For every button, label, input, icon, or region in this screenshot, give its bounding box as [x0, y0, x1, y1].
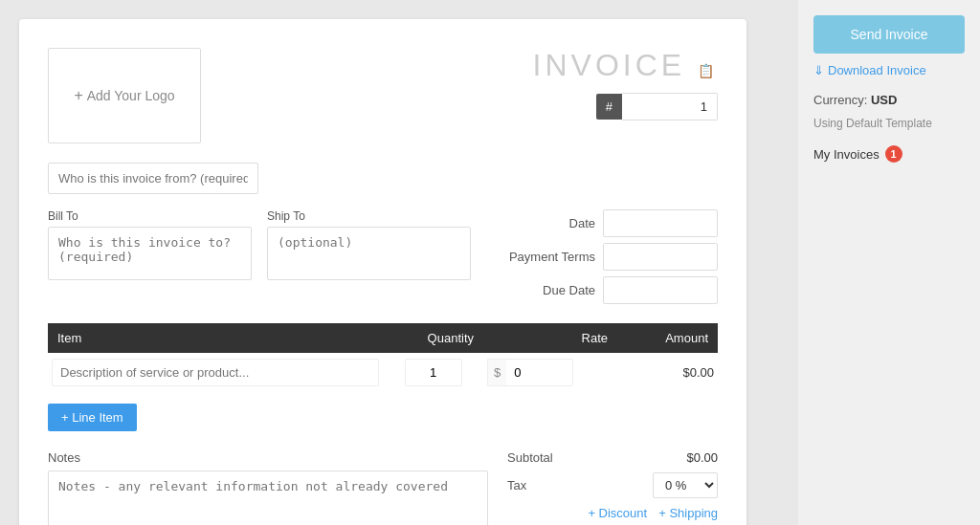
date-row: Date — [490, 209, 718, 237]
qty-input[interactable] — [405, 359, 462, 386]
payment-terms-input[interactable] — [603, 243, 718, 271]
discount-shipping-row: + Discount + Shipping — [507, 506, 718, 520]
bill-to-label: Bill To — [48, 209, 252, 223]
send-invoice-button[interactable]: Send Invoice — [813, 15, 965, 54]
currency-row: Currency: USD — [813, 93, 965, 107]
ship-to-label: Ship To — [267, 209, 471, 223]
notes-textarea[interactable] — [48, 470, 488, 525]
send-invoice-label: Send Invoice — [851, 27, 928, 42]
add-line-label: + Line Item — [61, 410, 123, 425]
bill-to-block: Bill To — [48, 209, 252, 285]
sidebar: Send Invoice ⇓ Download Invoice Currency… — [798, 0, 980, 525]
meta-fields: Date Payment Terms Due Date — [490, 209, 718, 304]
download-invoice-link[interactable]: ⇓ Download Invoice — [813, 63, 965, 77]
bill-ship-section: Bill To Ship To — [48, 209, 471, 285]
table-row: $ $0.00 — [48, 353, 718, 392]
from-field — [48, 163, 718, 194]
main-area: + Add Your Logo INVOICE 📋 # — [0, 0, 798, 525]
invoice-top: + Add Your Logo INVOICE 📋 # — [48, 48, 718, 143]
due-date-label: Due Date — [490, 283, 595, 297]
download-icon: ⇓ — [813, 63, 824, 77]
qty-cell — [383, 353, 483, 392]
discount-label: + Discount — [588, 506, 647, 520]
add-line-item-button[interactable]: + Line Item — [48, 404, 137, 431]
logo-upload-box[interactable]: + Add Your Logo — [48, 48, 201, 143]
template-row: Using Default Template — [813, 117, 965, 130]
ship-to-input[interactable] — [267, 227, 471, 280]
item-desc-cell — [48, 353, 383, 392]
tax-label: Tax — [507, 478, 526, 492]
rate-input[interactable] — [506, 359, 573, 386]
dollar-sign: $ — [487, 359, 506, 386]
invoice-title-block: INVOICE 📋 # — [533, 48, 718, 120]
col-quantity: Quantity — [383, 323, 483, 353]
shipping-label: + Shipping — [658, 506, 718, 520]
bottom-section: Notes Terms Subtotal $0.00 Tax 0 % 5 % 1… — [48, 450, 718, 525]
notes-section: Notes Terms — [48, 450, 488, 525]
invoice-title-text: INVOICE — [533, 48, 686, 82]
download-link-label: Download Invoice — [828, 63, 926, 77]
item-desc-input[interactable] — [52, 359, 379, 386]
tax-row: Tax 0 % 5 % 10 % 15 % 20 % — [507, 472, 718, 498]
amount-value: $0.00 — [682, 365, 714, 380]
col-item: Item — [48, 323, 383, 353]
plus-icon: + — [74, 87, 82, 104]
template-label: Using Default Template — [813, 117, 932, 130]
rate-cell: $ — [483, 353, 617, 392]
copy-icon[interactable]: 📋 — [698, 63, 718, 78]
invoice-number-input[interactable] — [622, 93, 718, 120]
invoice-number-row: # — [533, 93, 718, 120]
hash-label: # — [596, 94, 622, 120]
subtotal-row: Subtotal $0.00 — [507, 450, 718, 465]
tax-select[interactable]: 0 % 5 % 10 % 15 % 20 % — [653, 472, 718, 498]
shipping-button[interactable]: + Shipping — [658, 506, 718, 520]
discount-button[interactable]: + Discount — [588, 506, 647, 520]
my-invoices-badge: 1 — [885, 145, 902, 163]
logo-label: Add Your Logo — [87, 88, 175, 103]
currency-label: Currency: — [813, 93, 867, 107]
items-table: Item Quantity Rate Amount — [48, 323, 718, 392]
payment-terms-row: Payment Terms — [490, 243, 718, 271]
subtotal-value: $0.00 — [686, 450, 718, 465]
my-invoices-row: My Invoices 1 — [813, 145, 965, 163]
ship-to-block: Ship To — [267, 209, 471, 285]
my-invoices-label: My Invoices — [813, 147, 880, 162]
totals-section: Subtotal $0.00 Tax 0 % 5 % 10 % 15 % 20 … — [507, 450, 718, 525]
invoice-title: INVOICE 📋 — [533, 48, 718, 83]
invoice-card: + Add Your Logo INVOICE 📋 # — [19, 19, 746, 525]
rate-cell-inner: $ — [487, 359, 613, 386]
date-input[interactable] — [603, 209, 718, 237]
subtotal-label: Subtotal — [507, 450, 553, 465]
due-date-row: Due Date — [490, 276, 718, 304]
payment-terms-label: Payment Terms — [490, 250, 595, 264]
amount-cell: $0.00 — [617, 353, 718, 392]
table-header-row: Item Quantity Rate Amount — [48, 323, 718, 353]
col-rate: Rate — [483, 323, 617, 353]
from-input[interactable] — [48, 163, 258, 194]
due-date-input[interactable] — [603, 276, 718, 304]
notes-label: Notes — [48, 450, 488, 465]
bill-to-input[interactable] — [48, 227, 252, 280]
currency-value: USD — [871, 93, 897, 107]
col-amount: Amount — [617, 323, 718, 353]
date-label: Date — [490, 216, 595, 230]
